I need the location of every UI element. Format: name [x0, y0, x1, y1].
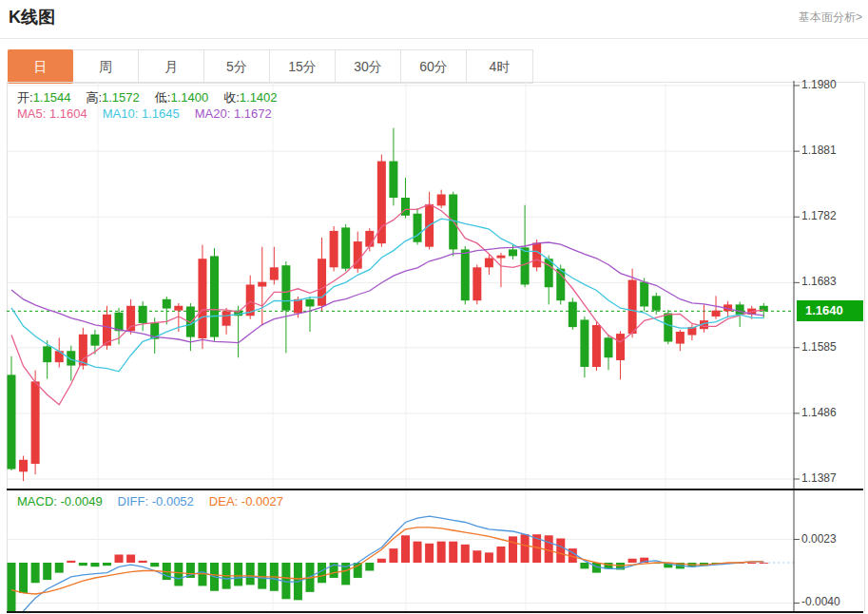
- macd-chart[interactable]: [7, 490, 863, 611]
- current-price-badge: 1.1640: [797, 300, 863, 321]
- chart-bottom-border: [7, 611, 863, 613]
- tab-15min[interactable]: 15分: [270, 50, 336, 83]
- tab-month[interactable]: 月: [139, 50, 204, 83]
- kline-page: K线图 基本面分析> 日 周 月 5分 15分 30分 60分 4时 开:1.1…: [0, 0, 868, 614]
- fundamental-analysis-link[interactable]: 基本面分析>: [799, 10, 862, 26]
- tab-5min[interactable]: 5分: [204, 50, 270, 83]
- page-title: K线图: [9, 6, 55, 29]
- tab-4hour[interactable]: 4时: [467, 50, 532, 83]
- tab-60min[interactable]: 60分: [401, 50, 467, 83]
- period-tabs: 日 周 月 5分 15分 30分 60分 4时: [8, 49, 533, 84]
- tab-day[interactable]: 日: [8, 49, 73, 84]
- tab-week[interactable]: 周: [73, 50, 139, 83]
- header: K线图 基本面分析>: [0, 0, 868, 39]
- panel-divider: [7, 489, 863, 490]
- tab-30min[interactable]: 30分: [336, 50, 401, 83]
- main-candlestick-chart[interactable]: [7, 81, 863, 489]
